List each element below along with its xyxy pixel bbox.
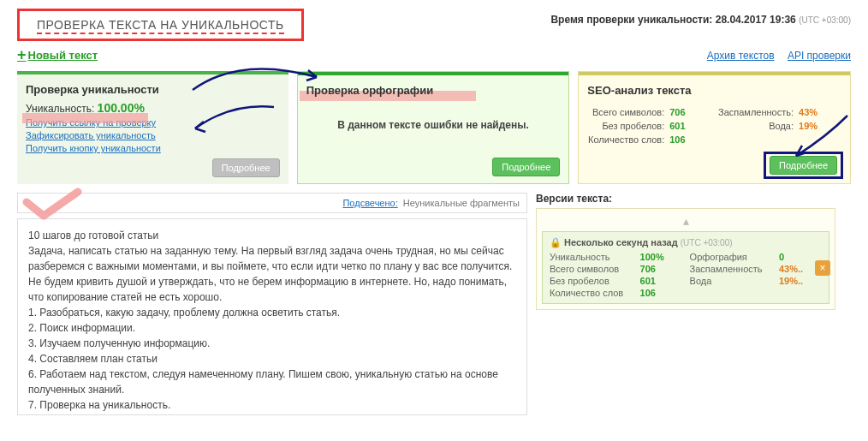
checkmark-annotation [22, 187, 82, 221]
uniq-link-button[interactable]: Получить кнопку уникальности [26, 143, 280, 153]
close-icon[interactable]: × [815, 260, 830, 276]
uniq-heading: Проверка уникальности [26, 83, 159, 96]
version-entry[interactable]: 🔒 Несколько секунд назад (UTC +03:00) Ун… [542, 231, 829, 304]
orth-more-button[interactable]: Подробнее [492, 158, 560, 176]
new-text-link[interactable]: +Новый текст [17, 46, 98, 64]
orth-heading: Проверка орфографии [306, 84, 434, 97]
seo-total-chars-label: Всего символов: [587, 107, 664, 117]
page-title-box: ПРОВЕРКА ТЕКСТА НА УНИКАЛЬНОСТЬ [17, 9, 304, 41]
seo-more-button[interactable]: Подробнее [770, 156, 837, 175]
archive-link[interactable]: Архив текстов [707, 50, 775, 62]
uniq-value-row: Уникальность: 100.00% [26, 101, 145, 115]
collapse-icon[interactable]: ▴ [542, 214, 829, 228]
versions-title: Версии текста: [536, 193, 835, 205]
api-link[interactable]: API проверки [788, 50, 851, 62]
seo-water-value: 19% [799, 121, 841, 131]
uniq-more-button[interactable]: Подробнее [212, 158, 280, 177]
seo-heading: SEO-анализ текста [587, 84, 691, 97]
seo-spam-label: Заспамленность: [717, 107, 794, 117]
seo-total-chars-value: 706 [669, 107, 712, 117]
seo-words-label: Количество слов: [587, 134, 664, 145]
seo-card: SEO-анализ текста Всего символов: 706 За… [578, 71, 851, 184]
highlight-label: Неуникальные фрагменты [403, 198, 520, 208]
uniq-link-fix[interactable]: Зафиксировать уникальность [26, 130, 280, 140]
check-time: Время проверки уникальности: 28.04.2017 … [550, 14, 851, 26]
plus-icon: + [17, 46, 27, 64]
orth-message: В данном тексте ошибки не найдены. [306, 119, 561, 131]
seo-water-label: Вода: [717, 121, 794, 131]
versions-box: ▴ 🔒 Несколько секунд назад (UTC +03:00) … [536, 208, 835, 310]
seo-nospace-value: 601 [669, 121, 712, 131]
seo-words-value: 106 [669, 134, 712, 145]
seo-more-highlight-box: Подробнее [764, 152, 843, 179]
article-text: 10 шагов до готовой статьи Задача, напис… [17, 218, 527, 415]
uniqueness-card: Проверка уникальности Уникальность: 100.… [17, 71, 288, 184]
page-title: ПРОВЕРКА ТЕКСТА НА УНИКАЛЬНОСТЬ [37, 18, 284, 32]
seo-spam-value: 43% [799, 107, 841, 117]
version-timeago: Несколько секунд назад [564, 237, 678, 247]
seo-nospace-label: Без пробелов: [587, 121, 664, 131]
orthography-card: Проверка орфографии В данном тексте ошиб… [297, 71, 570, 184]
lock-icon: 🔒 [550, 237, 562, 247]
version-tz: (UTC +03:00) [681, 238, 733, 247]
highlighted-link[interactable]: Подсвечено: [342, 198, 397, 208]
highlight-bar: Подсвечено: Неуникальные фрагменты [17, 193, 527, 213]
